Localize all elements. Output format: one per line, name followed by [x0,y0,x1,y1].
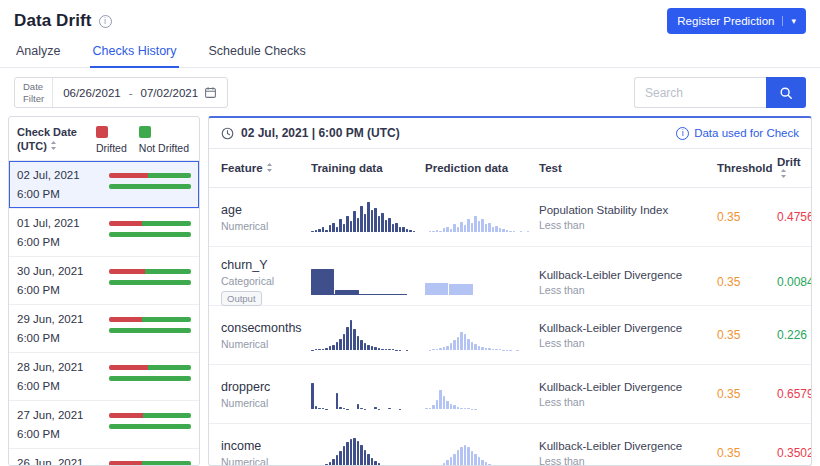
feature-name: consecmonths [221,321,307,335]
detail-header: 02 Jul, 2021 | 6:00 PM (UTC) i Data used… [209,118,811,149]
check-date: 28 Jun, 2021 [17,361,84,373]
drift-bar-top [109,317,191,322]
sort-icon[interactable] [49,140,58,151]
check-date-item[interactable]: 29 Jun, 2021 6:00 PM [9,305,199,353]
training-histogram [311,379,415,409]
drift-bars [109,169,191,200]
content: Check Date (UTC) Drifted Not Drifted 02 … [0,116,820,466]
col-training-data: Training data [311,162,421,174]
prediction-histogram [425,320,529,350]
feature-type: Numerical [221,397,307,409]
col-feature: Feature [221,162,307,174]
drift-bar-bottom [109,328,191,333]
col-threshold: Threshold [717,162,773,174]
search-input[interactable] [634,77,766,108]
test-name: Kullback-Leibler Divergence [539,269,713,281]
calendar-icon [204,86,217,99]
drift-bar-top [109,269,191,274]
drift-value: 0.226 [777,328,807,342]
drift-bar-top [109,461,191,466]
date-range-end: 07/02/2021 [141,87,199,99]
filter-row: Date Filter 06/26/2021 - 07/02/2021 [0,68,820,116]
date-range-value: 06/26/2021 - 07/02/2021 [53,78,227,107]
check-date: 30 Jun, 2021 [17,265,84,277]
clock-icon [221,127,234,140]
feature-type: Categorical [221,275,307,287]
check-date-item[interactable]: 02 Jul, 2021 6:00 PM [9,161,199,209]
test-name: Population Stability Index [539,204,713,216]
search-button[interactable] [766,77,806,108]
tab-analyze[interactable]: Analyze [14,38,62,68]
register-prediction-label: Register Prediction [677,15,774,27]
drifted-swatch [96,126,108,138]
tab-bar: Analyze Checks History Schedule Checks [0,38,820,68]
drift-detail-panel: 02 Jul, 2021 | 6:00 PM (UTC) i Data used… [208,116,812,466]
drift-bar-top [109,365,191,370]
prediction-histogram [425,379,529,409]
not-drifted-swatch [139,126,151,138]
drift-legend: Drifted Not Drifted [96,125,191,154]
search-icon [779,86,793,100]
drift-bars [109,457,191,466]
table-row: consecmonths Numerical Kullback-Leibler … [209,306,811,365]
check-time: 6:00 PM [17,428,84,440]
check-date-item[interactable]: 28 Jun, 2021 6:00 PM [9,353,199,401]
threshold-value: 0.35 [717,210,773,224]
date-filter-label: Date Filter [15,78,53,107]
drift-value: 0.0084 [777,275,812,289]
sort-icon[interactable] [265,162,274,173]
drift-bars [109,217,191,248]
check-time: 6:00 PM [17,284,84,296]
drift-bar-bottom [109,280,191,285]
date-filter[interactable]: Date Filter 06/26/2021 - 07/02/2021 [14,77,228,108]
drift-bars [109,409,191,440]
date-range-start: 06/26/2021 [63,87,121,99]
check-time: 6:00 PM [17,332,84,344]
prediction-histogram [425,438,529,466]
test-subtext: Less than [539,455,713,466]
threshold-value: 0.35 [717,387,773,401]
caret-down-icon: ▾ [782,16,796,26]
not-drifted-label: Not Drifted [139,142,189,154]
feature-name: income [221,439,307,453]
table-row: age Numerical Population Stability Index… [209,188,811,247]
drift-bar-bottom [109,424,191,429]
check-timestamp: 02 Jul, 2021 | 6:00 PM (UTC) [221,126,400,140]
training-histogram [311,438,415,466]
register-prediction-button[interactable]: Register Prediction ▾ [667,8,806,34]
drift-value: 0.4756 [777,210,812,224]
threshold-value: 0.35 [717,446,773,460]
date-range-separator: - [127,87,135,99]
drift-bar-top [109,173,191,178]
test-subtext: Less than [539,337,713,349]
prediction-histogram [425,269,521,295]
check-date-item[interactable]: 26 Jun, 2021 6:00 PM [9,449,199,466]
feature-name: dropperc [221,380,307,394]
check-date-column-title: Check Date (UTC) [17,125,79,154]
test-name: Kullback-Leibler Divergence [539,381,713,393]
title-info-icon[interactable]: i [99,15,112,28]
check-date: 27 Jun, 2021 [17,409,84,421]
table-row: dropperc Numerical Kullback-Leibler Dive… [209,365,811,424]
col-drift: Drift [777,156,801,180]
training-histogram [311,269,407,295]
legend-not-drifted: Not Drifted [139,126,189,154]
table-row: income Numerical Kullback-Leibler Diverg… [209,424,811,466]
test-subtext: Less than [539,396,713,408]
sort-icon[interactable] [779,168,788,179]
check-date-item[interactable]: 30 Jun, 2021 6:00 PM [9,257,199,305]
info-icon: i [676,127,689,140]
check-date-item[interactable]: 01 Jul, 2021 6:00 PM [9,209,199,257]
tab-checks-history[interactable]: Checks History [90,38,178,68]
drift-bars [109,265,191,296]
feature-type: Numerical [221,220,307,232]
check-date-item[interactable]: 27 Jun, 2021 6:00 PM [9,401,199,449]
feature-type: Numerical [221,456,307,466]
drift-value: 0.3502 [777,446,812,460]
drift-bars [109,361,191,392]
check-time: 6:00 PM [17,188,80,200]
tab-schedule-checks[interactable]: Schedule Checks [207,38,308,68]
data-used-link[interactable]: i Data used for Check [676,127,799,140]
search-box [634,77,806,108]
legend-drifted: Drifted [96,126,127,154]
